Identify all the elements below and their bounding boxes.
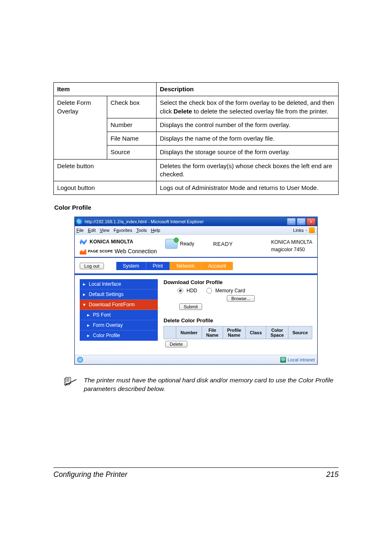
browse-row: Browse... [164, 295, 312, 302]
sidebar-item-form-overlay[interactable]: ▸Form Overlay [80, 320, 158, 331]
cell-source-label: Source [107, 146, 157, 159]
delete-button[interactable]: Delete [165, 341, 187, 347]
page: Item Description Delete Form Overlay Che… [0, 0, 392, 555]
form-overlay-table: Item Description Delete Form Overlay Che… [53, 82, 339, 195]
page-footer: Configuring the Printer 215 [53, 467, 339, 479]
main-panel: Download Color Profile HDD Memory Card B… [164, 279, 312, 349]
cell-source-desc: Displays the storage source of the form … [157, 146, 339, 159]
section-head-color-profile: Color Profile [54, 204, 339, 211]
close-button[interactable]: × [307, 218, 316, 225]
ie-menubar: File Edit View Favorites Tools Help Link… [75, 226, 317, 235]
header-right: KONICA MINOLTA magicolor 7450 [271, 239, 312, 253]
sidebar-label: Color Profile [93, 333, 120, 338]
cell-number-label: Number [107, 118, 157, 132]
storage-radio-row: HDD Memory Card [164, 288, 312, 294]
maximize-button[interactable]: ▭ [297, 218, 306, 225]
heading-download-color-profile: Download Color Profile [164, 279, 312, 285]
col-class: Class [245, 326, 266, 339]
browse-button[interactable]: Browse... [227, 295, 255, 302]
cell-checkbox-label: Check box [107, 96, 157, 118]
sidebar-label: PS Font [93, 312, 111, 318]
links-bar: Links » [293, 227, 315, 233]
radio-hdd[interactable] [178, 288, 183, 294]
col-color-space: Color Space [266, 326, 288, 339]
th-item: Item [54, 83, 157, 96]
footer-page-number: 215 [326, 470, 339, 479]
menu-edit[interactable]: Edit [88, 228, 96, 233]
header-mid: Ready READY [165, 239, 233, 249]
ie-icon [76, 219, 82, 224]
note: The printer must have the optional hard … [64, 376, 339, 393]
links-globe-icon[interactable] [309, 227, 315, 233]
minimize-button[interactable]: – [287, 218, 296, 225]
pagescope-text: Web Connection [115, 248, 157, 254]
radio-memory-card-label: Memory Card [215, 288, 245, 294]
pagescope-small: PAGE SCOPE [88, 249, 113, 253]
pagescope-icon [80, 248, 86, 254]
delete-row: Delete [164, 341, 312, 347]
tab-network[interactable]: Network [170, 262, 201, 270]
col-check [164, 326, 176, 339]
chevron-icon[interactable]: » [305, 228, 307, 232]
menu-favorites[interactable]: Favorites [113, 228, 132, 233]
status-done-icon [77, 357, 83, 363]
sidebar-item-color-profile[interactable]: ▸Color Profile [80, 331, 158, 341]
th-description: Description [157, 83, 339, 96]
sidebar-item-ps-font[interactable]: ▸PS Font [80, 310, 158, 320]
sidebar-label: Local Interface [89, 281, 121, 287]
col-filename: File Name [202, 326, 223, 339]
ie-titlebar[interactable]: http://192.168.1.2/a_index.html - Micros… [75, 217, 317, 226]
col-source: Source [288, 326, 312, 339]
menu-tools[interactable]: Tools [136, 228, 147, 233]
cell-delete-button-label: Delete button [54, 159, 157, 181]
toolbar-row: Log out System Print Network Account [75, 258, 317, 273]
tab-system[interactable]: System [116, 262, 146, 270]
sidebar-item-download-font-form[interactable]: ▾Download Font/Form [80, 300, 158, 310]
cell-delete-form-overlay: Delete Form Overlay [54, 96, 107, 159]
cell-delete-button-desc: Deletes the form overlay(s) whose check … [157, 159, 339, 181]
ready-small: Ready [180, 241, 194, 247]
menu-view[interactable]: View [100, 228, 110, 233]
window-controls: – ▭ × [287, 218, 316, 225]
note-icon [64, 377, 78, 386]
note-text: The printer must have the optional hard … [84, 376, 339, 393]
sidebar-item-local-interface[interactable]: ▸Local Interface [80, 279, 158, 289]
tab-print[interactable]: Print [146, 262, 170, 270]
zone-icon [280, 357, 286, 363]
header-right-brand: KONICA MINOLTA [271, 239, 312, 246]
cell-logout-button-label: Logout button [54, 181, 157, 195]
ie-statusbar: Local intranet [75, 355, 317, 364]
sidebar-label: Form Overlay [93, 322, 123, 328]
col-number: Number [176, 326, 202, 339]
cell-number-desc: Displays the control number of the form … [157, 118, 339, 132]
ie-window: http://192.168.1.2/a_index.html - Micros… [74, 217, 318, 365]
bold-delete: Delete [173, 108, 192, 115]
zone-label: Local intranet [288, 357, 315, 362]
sidebar-label: Download Font/Form [89, 302, 135, 308]
menu-help[interactable]: Help [151, 228, 160, 233]
radio-memory-card[interactable] [206, 288, 212, 294]
security-zone[interactable]: Local intranet [280, 357, 315, 363]
submit-row: Submit [164, 303, 312, 310]
sidebar-item-default-settings[interactable]: ▸Default Settings [80, 289, 158, 300]
menu-file[interactable]: File [76, 228, 84, 233]
printer-icon [165, 239, 178, 249]
tab-account[interactable]: Account [201, 262, 233, 270]
km-mark-icon [80, 239, 87, 245]
footer-title: Configuring the Printer [53, 470, 127, 479]
links-label[interactable]: Links [293, 228, 304, 233]
submit-button[interactable]: Submit [179, 303, 202, 310]
header-left: KONICA MINOLTA PAGE SCOPE Web Connection [80, 239, 158, 254]
pagescope-brand: PAGE SCOPE Web Connection [80, 248, 158, 254]
header-right-model: magicolor 7450 [271, 246, 312, 253]
cell-logout-button-desc: Logs out of Administrator Mode and retur… [157, 181, 339, 195]
ie-title: http://192.168.1.2/a_index.html - Micros… [85, 219, 287, 224]
sidebar-label: Default Settings [89, 291, 124, 297]
km-logo: KONICA MINOLTA [80, 239, 158, 245]
logout-button[interactable]: Log out [80, 263, 104, 269]
cell-checkbox-desc: Select the check box of the form overlay… [157, 96, 339, 118]
ie-content: KONICA MINOLTA PAGE SCOPE Web Connection… [75, 235, 317, 355]
content-body: ▸Local Interface ▸Default Settings ▾Down… [75, 275, 317, 355]
cell-filename-desc: Displays the name of the form overlay fi… [157, 132, 339, 146]
ready-big: READY [213, 241, 233, 247]
